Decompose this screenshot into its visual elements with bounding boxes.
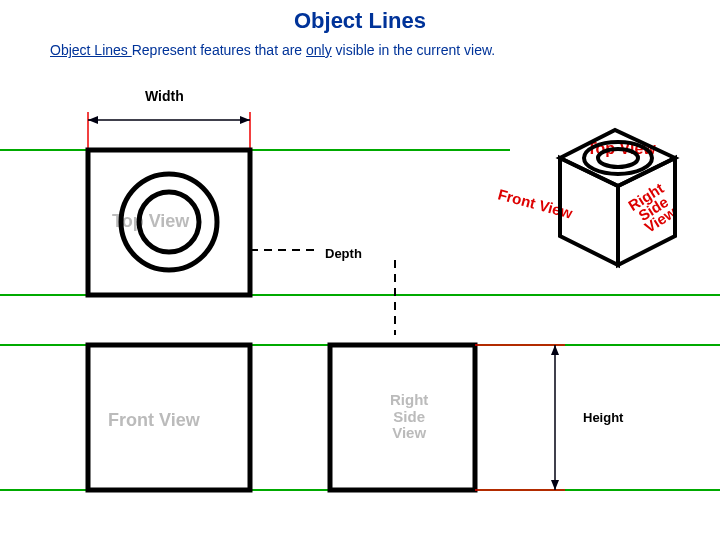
top-view-hole-inner [139, 192, 199, 252]
height-dimension [475, 345, 565, 490]
front-view-outline [88, 345, 250, 490]
svg-marker-8 [551, 345, 559, 355]
svg-point-11 [598, 149, 638, 167]
diagram-svg [0, 0, 720, 540]
svg-point-10 [584, 142, 652, 174]
svg-marker-9 [551, 480, 559, 490]
top-view-hole-outer [121, 174, 217, 270]
svg-marker-3 [88, 116, 98, 124]
width-dimension [88, 112, 250, 150]
svg-marker-4 [240, 116, 250, 124]
isometric-cube [560, 130, 675, 265]
right-side-view-outline [330, 345, 475, 490]
